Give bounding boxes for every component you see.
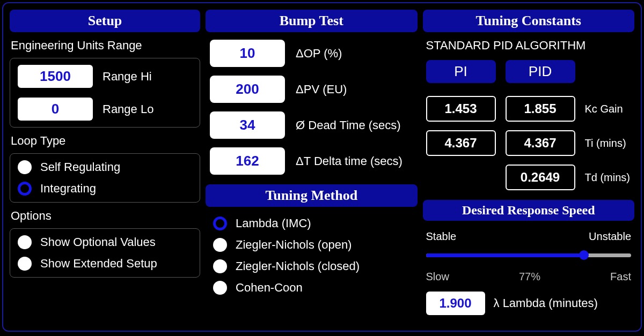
options-fieldset: Show Optional Values Show Extended Setup xyxy=(10,228,200,278)
radio-icon xyxy=(213,259,227,273)
radio-zn-closed[interactable]: Ziegler-Nichols (closed) xyxy=(213,259,409,273)
unstable-label: Unstable xyxy=(589,230,631,243)
kc-pid-value: 1.855 xyxy=(506,96,575,122)
loop-type-label: Loop Type xyxy=(11,134,200,148)
response-percent: 77% xyxy=(519,271,540,283)
radio-label: Self Regulating xyxy=(40,160,120,174)
radio-cohen-coon[interactable]: Cohen-Coon xyxy=(213,281,409,295)
td-pid-value: 0.2649 xyxy=(506,165,575,190)
stable-label: Stable xyxy=(426,230,457,243)
bump-header: Bump Test xyxy=(206,10,417,32)
radio-label: Cohen-Coon xyxy=(236,281,303,295)
radio-icon xyxy=(213,281,227,295)
ti-label: Ti (mins) xyxy=(585,137,634,150)
check-show-extended[interactable]: Show Extended Setup xyxy=(18,257,192,271)
options-label: Options xyxy=(11,209,200,223)
radio-icon xyxy=(18,160,32,174)
range-lo-label: Range Lo xyxy=(103,102,153,116)
radio-label: Integrating xyxy=(40,182,96,196)
radio-icon xyxy=(18,182,32,196)
deltatime-label: ΔT Delta time (secs) xyxy=(296,154,402,168)
eu-range-label: Engineering Units Range xyxy=(11,39,200,53)
radio-self-regulating[interactable]: Self Regulating xyxy=(18,160,192,174)
dpv-input[interactable] xyxy=(210,76,285,103)
ti-pi-value: 4.367 xyxy=(426,130,496,156)
dop-input[interactable] xyxy=(210,40,285,67)
radio-label: Ziegler-Nichols (open) xyxy=(236,238,352,252)
setup-header: Setup xyxy=(10,10,200,32)
kc-label: Kc Gain xyxy=(585,103,634,115)
radio-integrating[interactable]: Integrating xyxy=(18,182,192,196)
check-show-optional[interactable]: Show Optional Values xyxy=(18,235,192,249)
lambda-label: λ Lambda (minutes) xyxy=(494,296,598,310)
range-hi-input[interactable] xyxy=(18,65,93,88)
radio-icon xyxy=(18,257,32,271)
tuning-column: Tuning Constants STANDARD PID ALGORITHM … xyxy=(423,10,634,324)
app-root: Setup Engineering Units Range Range Hi R… xyxy=(2,2,642,332)
slow-label: Slow xyxy=(426,271,449,283)
lambda-input[interactable] xyxy=(426,292,485,315)
pid-button[interactable]: PID xyxy=(506,60,575,83)
check-label: Show Optional Values xyxy=(40,235,156,249)
radio-icon xyxy=(213,216,227,230)
eu-range-fieldset: Range Hi Range Lo xyxy=(10,58,200,128)
slider-fill xyxy=(426,253,584,257)
slider-thumb-icon[interactable] xyxy=(579,250,589,260)
pi-button[interactable]: PI xyxy=(426,60,496,83)
method-fieldset: Lambda (IMC) Ziegler-Nichols (open) Zieg… xyxy=(206,211,417,300)
ti-pid-value: 4.367 xyxy=(506,130,575,156)
check-label: Show Extended Setup xyxy=(40,257,157,271)
radio-icon xyxy=(213,238,227,252)
radio-zn-open[interactable]: Ziegler-Nichols (open) xyxy=(213,238,409,252)
tuning-grid: 1.453 1.855 Kc Gain 4.367 4.367 Ti (mins… xyxy=(426,96,634,190)
setup-column: Setup Engineering Units Range Range Hi R… xyxy=(10,10,200,324)
bump-column: Bump Test ΔOP (%) ΔPV (EU) Ø Dead Time (… xyxy=(206,10,417,324)
deadtime-label: Ø Dead Time (secs) xyxy=(296,118,401,132)
radio-label: Lambda (IMC) xyxy=(236,216,311,230)
loop-type-fieldset: Self Regulating Integrating xyxy=(10,153,200,203)
dpv-label: ΔPV (EU) xyxy=(296,83,347,96)
radio-icon xyxy=(18,235,32,249)
response-slider[interactable] xyxy=(426,250,631,260)
td-label: Td (mins) xyxy=(585,171,634,184)
response-header: Desired Response Speed xyxy=(423,200,634,221)
fast-label: Fast xyxy=(610,271,631,283)
deltatime-input[interactable] xyxy=(210,147,285,175)
algorithm-label: STANDARD PID ALGORITHM xyxy=(426,39,634,53)
range-lo-input[interactable] xyxy=(18,98,93,121)
deadtime-input[interactable] xyxy=(210,111,285,139)
radio-label: Ziegler-Nichols (closed) xyxy=(236,259,360,273)
range-hi-label: Range Hi xyxy=(103,70,152,84)
tuning-header: Tuning Constants xyxy=(423,10,634,32)
dop-label: ΔOP (%) xyxy=(296,47,342,61)
radio-lambda[interactable]: Lambda (IMC) xyxy=(213,216,409,230)
method-header: Tuning Method xyxy=(206,184,417,207)
kc-pi-value: 1.453 xyxy=(426,96,496,122)
